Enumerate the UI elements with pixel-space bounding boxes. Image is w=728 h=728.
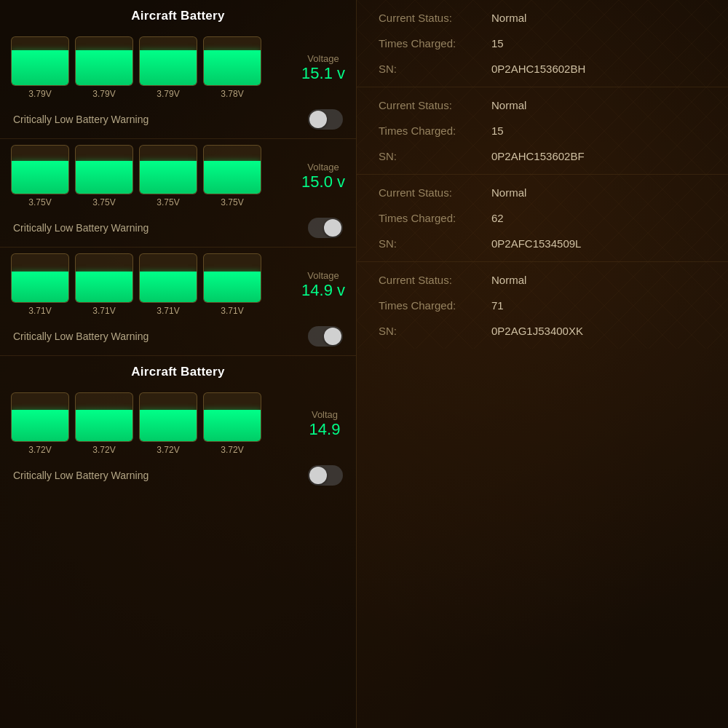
cell-box <box>139 253 197 303</box>
battery4-cell1: 3.72V <box>11 392 69 455</box>
sn-row-2: SN: 0P2AHC153602BF <box>379 150 706 162</box>
voltage-label-text: Voltage <box>307 270 339 281</box>
sn-label-4: SN: <box>379 325 491 337</box>
battery3-cell4: 3.71V <box>203 253 261 316</box>
toggle1[interactable] <box>308 109 343 130</box>
cell-voltage: 3.75V <box>157 197 179 207</box>
sn-row-4: SN: 0P2AG1J53400XK <box>379 325 706 337</box>
status-label-4: Current Status: <box>379 274 491 286</box>
toggle2[interactable] <box>308 218 343 238</box>
cell-box <box>75 253 133 303</box>
status-row-2: Current Status: Normal <box>379 99 706 111</box>
battery1-cell2: 3.79V <box>75 36 133 99</box>
charged-row-1: Times Charged: 15 <box>379 37 706 50</box>
warning2-label: Critically Low Battery Warning <box>13 222 301 234</box>
charged-row-4: Times Charged: 71 <box>379 299 706 312</box>
section1-title: Aircraft Battery <box>0 0 356 31</box>
charged-label-1: Times Charged: <box>379 37 491 50</box>
cell-box <box>75 145 133 194</box>
battery4-row: 3.72V 3.72V 3.72V 3.72V Voltag 14.9 <box>0 387 356 455</box>
toggle1-thumb <box>309 111 327 128</box>
cell-voltage: 3.71V <box>157 306 179 316</box>
cell-box <box>11 145 69 194</box>
cell-box <box>203 392 261 442</box>
cell-box <box>11 253 69 303</box>
status-value-4: Normal <box>491 274 526 286</box>
battery1-voltage-display: Voltage 15.1 v <box>298 53 345 83</box>
status-value-3: Normal <box>491 186 526 199</box>
cell-voltage: 3.72V <box>157 445 179 455</box>
battery3-cell2: 3.71V <box>75 253 133 316</box>
battery1-cell1: 3.79V <box>11 36 69 99</box>
battery3-row: 3.71V 3.71V 3.71V 3.71V Voltage 14.9 v <box>0 248 356 316</box>
sn-label-3: SN: <box>379 237 491 250</box>
cell-box <box>139 145 197 194</box>
battery1-cell4: 3.78V <box>203 36 261 99</box>
cell-voltage: 3.72V <box>28 445 51 455</box>
warning4-label: Critically Low Battery Warning <box>13 470 301 481</box>
left-panel: Aircraft Battery 3.79V 3.79V 3.79V <box>0 0 357 728</box>
status-value-1: Normal <box>491 12 526 24</box>
toggle3-thumb <box>324 328 341 345</box>
cell-box <box>203 145 261 194</box>
toggle2-thumb <box>324 219 341 237</box>
cell-box <box>139 392 197 442</box>
battery1-voltage-value: 15.1 v <box>301 64 345 83</box>
battery4-cell2: 3.72V <box>75 392 133 455</box>
battery1-cell3: 3.79V <box>139 36 197 99</box>
toggle4-thumb <box>309 467 327 484</box>
cell-voltage: 3.75V <box>28 197 51 207</box>
charged-row-3: Times Charged: 62 <box>379 212 706 224</box>
sn-value-4: 0P2AG1J53400XK <box>491 325 583 337</box>
cell-voltage: 3.79V <box>157 89 179 99</box>
battery2-cells: 3.75V 3.75V 3.75V 3.75V <box>11 145 293 207</box>
toggle4[interactable] <box>308 465 343 486</box>
right-section4: Current Status: Normal Times Charged: 71… <box>357 262 728 349</box>
warning3-row: Critically Low Battery Warning <box>0 316 356 355</box>
battery4-cell3: 3.72V <box>139 392 197 455</box>
sn-value-2: 0P2AHC153602BF <box>491 150 585 162</box>
battery2-cell2: 3.75V <box>75 145 133 207</box>
warning1-label: Critically Low Battery Warning <box>13 114 301 125</box>
battery2-cell4: 3.75V <box>203 145 261 207</box>
cell-voltage: 3.71V <box>28 306 51 316</box>
charged-value-2: 15 <box>491 124 504 137</box>
battery1-cells: 3.79V 3.79V 3.79V 3.78V <box>11 36 293 99</box>
cell-voltage: 3.79V <box>92 89 115 99</box>
battery4-voltage-display: Voltag 14.9 <box>301 409 345 439</box>
right-section3: Current Status: Normal Times Charged: 62… <box>357 175 728 262</box>
warning2-row: Critically Low Battery Warning <box>0 207 356 247</box>
sn-value-1: 0P2AHC153602BH <box>491 63 585 75</box>
charged-label-4: Times Charged: <box>379 299 491 312</box>
battery3-voltage-display: Voltage 14.9 v <box>298 270 345 300</box>
cell-box <box>11 392 69 442</box>
voltage-label-text: Voltage <box>307 53 339 64</box>
battery2-row: 3.75V 3.75V 3.75V 3.75V Voltage 15.0 v <box>0 139 356 207</box>
battery3-cell1: 3.71V <box>11 253 69 316</box>
status-label-3: Current Status: <box>379 186 491 199</box>
battery4-cell4: 3.72V <box>203 392 261 455</box>
cell-voltage: 3.75V <box>221 197 243 207</box>
cell-box <box>203 253 261 303</box>
status-row-1: Current Status: Normal <box>379 12 706 24</box>
status-label-1: Current Status: <box>379 12 491 24</box>
right-panel: Current Status: Normal Times Charged: 15… <box>357 0 728 728</box>
cell-box <box>11 36 69 86</box>
cell-voltage: 3.72V <box>221 445 243 455</box>
section2-title: Aircraft Battery <box>0 356 356 387</box>
battery1-row: 3.79V 3.79V 3.79V 3.78V Voltage 15.1 v <box>0 31 356 99</box>
sn-row-3: SN: 0P2AFC1534509L <box>379 237 706 250</box>
cell-box <box>139 36 197 86</box>
charged-row-2: Times Charged: 15 <box>379 124 706 137</box>
battery4-voltage-value: 14.9 <box>309 420 341 439</box>
charged-value-3: 62 <box>491 212 504 224</box>
sn-row-1: SN: 0P2AHC153602BH <box>379 63 706 75</box>
battery3-cell3: 3.71V <box>139 253 197 316</box>
voltage-label-text: Voltage <box>307 162 339 173</box>
voltage-label-text: Voltag <box>312 409 338 420</box>
cell-voltage: 3.79V <box>28 89 51 99</box>
charged-label-2: Times Charged: <box>379 124 491 137</box>
battery2-cell1: 3.75V <box>11 145 69 207</box>
status-value-2: Normal <box>491 99 526 111</box>
toggle3[interactable] <box>308 326 343 347</box>
